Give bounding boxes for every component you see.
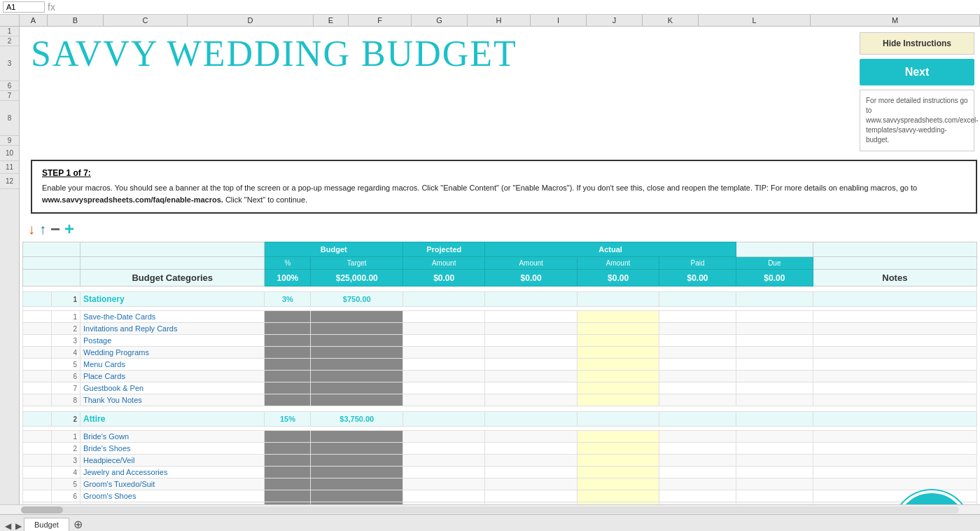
- formula-input[interactable]: [58, 3, 977, 11]
- row-11: 11: [0, 161, 19, 174]
- total-paid: $0.00: [659, 270, 736, 287]
- formula-bar: A1 fx: [0, 0, 980, 15]
- add-tab-button[interactable]: ⊕: [69, 518, 87, 531]
- col-header-row: [0, 15, 20, 26]
- total-projected: $0.00: [485, 270, 578, 287]
- formula-separator: fx: [48, 1, 55, 13]
- col-header-i[interactable]: I: [531, 15, 587, 26]
- instructions-url: www.savvyspreadsheets.com/faq/enable-mac…: [42, 195, 223, 204]
- total-actual-amount: $0.00: [578, 270, 659, 287]
- list-item: 7 Alterations: [23, 502, 977, 505]
- row-1: 1: [0, 27, 19, 36]
- list-item: 5 Groom's Tuxedo/Suit: [23, 478, 977, 490]
- row-10: 10: [0, 146, 19, 161]
- target-header: Target: [311, 257, 403, 270]
- row-7: 7: [0, 91, 19, 101]
- col-header-k[interactable]: K: [643, 15, 699, 26]
- scrollbar-area[interactable]: [0, 504, 980, 514]
- list-item: 5 Menu Cards: [23, 359, 977, 371]
- spacer-row-24: [23, 406, 977, 412]
- row-6: 6: [0, 81, 19, 91]
- tab-budget[interactable]: Budget: [24, 518, 69, 531]
- sheet-area: 1 2 3 6 7 8 9 10 11 12 SAVVY WEDDING BUD…: [0, 27, 980, 504]
- col-header-e[interactable]: E: [314, 15, 349, 26]
- instructions-text: Enable your macros. You should see a ban…: [42, 182, 966, 205]
- arrow-up-button[interactable]: ↑: [39, 221, 46, 237]
- paid-header: Paid: [659, 257, 736, 270]
- app-title: SAVVY WEDDING BUDGET: [20, 28, 854, 76]
- row-12: 12: [0, 174, 19, 189]
- list-item: 7 Guestbook & Pen: [23, 382, 977, 394]
- spacer-row-13: [23, 287, 977, 292]
- total-target: $25,000.00: [311, 270, 403, 287]
- projected-header: Projected: [403, 242, 485, 257]
- instructions-text2: Click "Next" to continue.: [225, 195, 307, 204]
- actual-header: Actual: [485, 242, 736, 257]
- col-header-m[interactable]: M: [811, 15, 980, 26]
- list-item: 8 Thank You Notes: [23, 394, 977, 406]
- app-container: A1 fx A B C D E F G H I J K L M 1 2 3 6 …: [0, 0, 980, 531]
- list-item: 2 Invitations and Reply Cards: [23, 323, 977, 335]
- budget-table: Budget Projected Actual % Target Amount …: [22, 242, 977, 504]
- list-item: 1 Save-the-Date Cards: [23, 311, 977, 323]
- list-item: 4 Wedding Programs: [23, 347, 977, 359]
- pct-header: %: [265, 257, 311, 270]
- arrow-down-button[interactable]: ↓: [28, 221, 35, 237]
- row-8: 8: [0, 101, 19, 136]
- budget-categories-label: Budget Categories: [80, 270, 265, 287]
- list-item: 6 Place Cards: [23, 371, 977, 382]
- instructions-box: STEP 1 of 7: Enable your macros. You sho…: [31, 160, 977, 214]
- col-header-j[interactable]: J: [587, 15, 643, 26]
- col-header-a[interactable]: A: [20, 15, 48, 26]
- plus-button[interactable]: +: [64, 219, 74, 239]
- minus-button[interactable]: −: [50, 219, 60, 239]
- hide-instructions-button[interactable]: Hide Instructions: [860, 32, 974, 55]
- instructions-step: STEP 1 of 7:: [42, 168, 966, 178]
- tab-bar: ◀ ▶ Budget ⊕: [0, 514, 980, 531]
- nav-arrows: ↓ ↑ − +: [22, 216, 80, 242]
- total-pct: 100%: [265, 270, 311, 287]
- projected-amount-header: Amount: [485, 257, 578, 270]
- row-2: 2: [0, 36, 19, 46]
- col-header-l[interactable]: L: [699, 15, 811, 26]
- main-content: SAVVY WEDDING BUDGET Hide Instructions N…: [20, 27, 980, 504]
- total-amount: $0.00: [403, 270, 485, 287]
- row-3-5: 3: [0, 46, 19, 81]
- col-header-f[interactable]: F: [349, 15, 412, 26]
- list-item: 1 Bride's Gown: [23, 431, 977, 443]
- table-header-main: Budget Projected Actual: [23, 242, 977, 257]
- col-header-c[interactable]: C: [104, 15, 188, 26]
- next-button[interactable]: Next: [860, 59, 974, 85]
- table-header-sub: % Target Amount Amount Amount Paid Due: [23, 257, 977, 270]
- tab-nav-right[interactable]: ▶: [13, 521, 24, 531]
- col-headers: A B C D E F G H I J K L M: [0, 15, 980, 27]
- list-item: 3 Postage: [23, 335, 977, 347]
- actual-amount-header: Amount: [578, 257, 659, 270]
- list-item: 3 Headpiece/Veil: [23, 455, 977, 467]
- amount-header: Amount: [403, 257, 485, 270]
- total-due: $0.00: [736, 270, 813, 287]
- name-box[interactable]: A1: [3, 1, 45, 13]
- tab-nav-left[interactable]: ◀: [3, 521, 13, 531]
- more-info-box: For more detailed instructions go to www…: [860, 90, 974, 151]
- notes-header-top: [813, 242, 976, 257]
- budget-header: Budget: [265, 242, 403, 257]
- table-totals-row: Budget Categories 100% $25,000.00 $0.00 …: [23, 270, 977, 287]
- row-9: 9: [0, 136, 19, 146]
- row-numbers: 1 2 3 6 7 8 9 10 11 12: [0, 27, 20, 504]
- col-header-g[interactable]: G: [412, 15, 468, 26]
- col-header-h[interactable]: H: [468, 15, 531, 26]
- category-attire-header: 2 Attire 15% $3,750.00: [23, 412, 977, 427]
- col-header-b[interactable]: B: [48, 15, 104, 26]
- title-area: SAVVY WEDDING BUDGET: [20, 28, 854, 156]
- due-header: Due: [736, 257, 813, 270]
- instructions-main-text: Enable your macros. You should see a ban…: [42, 184, 917, 192]
- notes-label: Notes: [813, 270, 976, 287]
- list-item: 2 Bride's Shoes: [23, 443, 977, 455]
- col-header-d[interactable]: D: [188, 15, 314, 26]
- list-item: 4 Jewelry and Accessories: [23, 467, 977, 478]
- category-stationery-header: 1 Stationery 3% $750.00: [23, 292, 977, 307]
- list-item: 6 Groom's Shoes: [23, 490, 977, 502]
